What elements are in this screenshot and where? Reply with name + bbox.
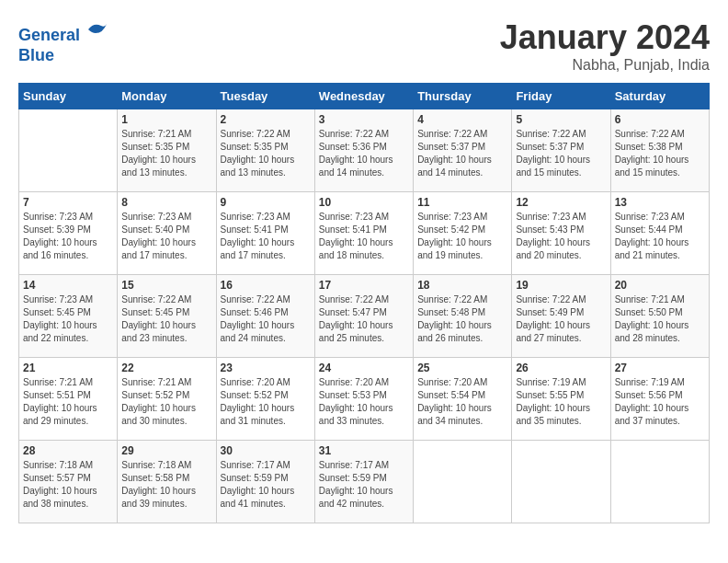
day-number: 28 bbox=[23, 444, 113, 457]
calendar-header-row: Sunday Monday Tuesday Wednesday Thursday… bbox=[19, 84, 710, 109]
col-saturday: Saturday bbox=[610, 84, 709, 109]
cell-week2-day1: 8 Sunrise: 7:23 AMSunset: 5:40 PMDayligh… bbox=[118, 192, 216, 275]
col-tuesday: Tuesday bbox=[216, 84, 314, 109]
day-number: 7 bbox=[23, 196, 113, 209]
cell-week5-day1: 29 Sunrise: 7:18 AMSunset: 5:58 PMDaylig… bbox=[118, 441, 216, 523]
cell-week2-day0: 7 Sunrise: 7:23 AMSunset: 5:39 PMDayligh… bbox=[19, 192, 118, 275]
day-info: Sunrise: 7:22 AMSunset: 5:49 PMDaylight:… bbox=[516, 293, 606, 345]
day-number: 23 bbox=[221, 362, 311, 374]
col-friday: Friday bbox=[512, 84, 610, 109]
day-info: Sunrise: 7:21 AMSunset: 5:52 PMDaylight:… bbox=[121, 376, 211, 428]
day-info: Sunrise: 7:23 AMSunset: 5:42 PMDaylight:… bbox=[417, 211, 507, 262]
week-row-4: 21 Sunrise: 7:21 AMSunset: 5:51 PMDaylig… bbox=[19, 358, 710, 441]
day-info: Sunrise: 7:22 AMSunset: 5:38 PMDaylight:… bbox=[615, 128, 705, 179]
day-info: Sunrise: 7:22 AMSunset: 5:46 PMDaylight:… bbox=[221, 293, 311, 345]
cell-week5-day3: 31 Sunrise: 7:17 AMSunset: 5:59 PMDaylig… bbox=[314, 441, 413, 523]
cell-week2-day3: 10 Sunrise: 7:23 AMSunset: 5:41 PMDaylig… bbox=[314, 192, 413, 275]
day-info: Sunrise: 7:18 AMSunset: 5:57 PMDaylight:… bbox=[23, 459, 113, 511]
cell-week4-day5: 26 Sunrise: 7:19 AMSunset: 5:55 PMDaylig… bbox=[512, 358, 610, 441]
day-number: 4 bbox=[417, 113, 507, 126]
day-info: Sunrise: 7:23 AMSunset: 5:45 PMDaylight:… bbox=[23, 293, 113, 345]
day-number: 6 bbox=[615, 113, 705, 126]
day-number: 18 bbox=[417, 279, 507, 292]
day-info: Sunrise: 7:21 AMSunset: 5:50 PMDaylight:… bbox=[615, 293, 705, 345]
cell-week3-day3: 17 Sunrise: 7:22 AMSunset: 5:47 PMDaylig… bbox=[314, 275, 413, 358]
day-info: Sunrise: 7:20 AMSunset: 5:53 PMDaylight:… bbox=[319, 376, 409, 428]
day-info: Sunrise: 7:23 AMSunset: 5:39 PMDaylight:… bbox=[23, 211, 113, 262]
logo-icon bbox=[86, 18, 108, 40]
day-number: 21 bbox=[23, 362, 113, 374]
col-wednesday: Wednesday bbox=[314, 84, 413, 109]
week-row-1: 1 Sunrise: 7:21 AMSunset: 5:35 PMDayligh… bbox=[19, 109, 710, 192]
cell-week4-day4: 25 Sunrise: 7:20 AMSunset: 5:54 PMDaylig… bbox=[414, 358, 512, 441]
logo: General Blue bbox=[18, 18, 108, 65]
day-number: 22 bbox=[121, 362, 211, 374]
day-number: 19 bbox=[516, 279, 606, 292]
day-number: 14 bbox=[23, 279, 113, 292]
week-row-2: 7 Sunrise: 7:23 AMSunset: 5:39 PMDayligh… bbox=[19, 192, 710, 275]
cell-week2-day4: 11 Sunrise: 7:23 AMSunset: 5:42 PMDaylig… bbox=[414, 192, 512, 275]
day-info: Sunrise: 7:22 AMSunset: 5:37 PMDaylight:… bbox=[417, 128, 507, 179]
day-number: 17 bbox=[319, 279, 409, 292]
day-number: 8 bbox=[121, 196, 211, 209]
day-info: Sunrise: 7:21 AMSunset: 5:35 PMDaylight:… bbox=[121, 128, 211, 179]
cell-week5-day2: 30 Sunrise: 7:17 AMSunset: 5:59 PMDaylig… bbox=[216, 441, 314, 523]
day-number: 20 bbox=[615, 279, 705, 292]
cell-week2-day5: 12 Sunrise: 7:23 AMSunset: 5:43 PMDaylig… bbox=[512, 192, 610, 275]
day-info: Sunrise: 7:23 AMSunset: 5:40 PMDaylight:… bbox=[121, 211, 211, 262]
cell-week1-day2: 2 Sunrise: 7:22 AMSunset: 5:35 PMDayligh… bbox=[216, 109, 314, 192]
day-number: 30 bbox=[221, 444, 311, 457]
title-block: January 2024 Nabha, Punjab, India bbox=[500, 18, 710, 74]
cell-week1-day0 bbox=[19, 109, 118, 192]
day-number: 11 bbox=[417, 196, 507, 209]
day-info: Sunrise: 7:17 AMSunset: 5:59 PMDaylight:… bbox=[319, 459, 409, 511]
col-thursday: Thursday bbox=[414, 84, 512, 109]
cell-week3-day0: 14 Sunrise: 7:23 AMSunset: 5:45 PMDaylig… bbox=[19, 275, 118, 358]
day-info: Sunrise: 7:22 AMSunset: 5:37 PMDaylight:… bbox=[516, 128, 606, 179]
cell-week1-day4: 4 Sunrise: 7:22 AMSunset: 5:37 PMDayligh… bbox=[414, 109, 512, 192]
logo-line2: Blue bbox=[18, 46, 108, 66]
day-info: Sunrise: 7:22 AMSunset: 5:48 PMDaylight:… bbox=[417, 293, 507, 345]
day-number: 26 bbox=[516, 362, 606, 374]
logo-text: General bbox=[18, 18, 108, 46]
cell-week2-day6: 13 Sunrise: 7:23 AMSunset: 5:44 PMDaylig… bbox=[610, 192, 709, 275]
day-info: Sunrise: 7:22 AMSunset: 5:36 PMDaylight:… bbox=[319, 128, 409, 179]
cell-week4-day1: 22 Sunrise: 7:21 AMSunset: 5:52 PMDaylig… bbox=[118, 358, 216, 441]
cell-week3-day2: 16 Sunrise: 7:22 AMSunset: 5:46 PMDaylig… bbox=[216, 275, 314, 358]
day-number: 27 bbox=[615, 362, 705, 374]
day-info: Sunrise: 7:21 AMSunset: 5:51 PMDaylight:… bbox=[23, 376, 113, 428]
cell-week5-day4 bbox=[414, 441, 512, 523]
cell-week4-day6: 27 Sunrise: 7:19 AMSunset: 5:56 PMDaylig… bbox=[610, 358, 709, 441]
day-number: 5 bbox=[516, 113, 606, 126]
day-number: 24 bbox=[319, 362, 409, 374]
month-title: January 2024 bbox=[500, 18, 710, 57]
day-number: 9 bbox=[221, 196, 311, 209]
cell-week5-day0: 28 Sunrise: 7:18 AMSunset: 5:57 PMDaylig… bbox=[19, 441, 118, 523]
day-info: Sunrise: 7:19 AMSunset: 5:55 PMDaylight:… bbox=[516, 376, 606, 428]
day-info: Sunrise: 7:22 AMSunset: 5:47 PMDaylight:… bbox=[319, 293, 409, 345]
cell-week3-day6: 20 Sunrise: 7:21 AMSunset: 5:50 PMDaylig… bbox=[610, 275, 709, 358]
day-number: 25 bbox=[417, 362, 507, 374]
day-info: Sunrise: 7:18 AMSunset: 5:58 PMDaylight:… bbox=[121, 459, 211, 511]
day-info: Sunrise: 7:23 AMSunset: 5:43 PMDaylight:… bbox=[516, 211, 606, 262]
day-number: 31 bbox=[319, 444, 409, 457]
day-info: Sunrise: 7:17 AMSunset: 5:59 PMDaylight:… bbox=[221, 459, 311, 511]
cell-week1-day6: 6 Sunrise: 7:22 AMSunset: 5:38 PMDayligh… bbox=[610, 109, 709, 192]
day-number: 16 bbox=[221, 279, 311, 292]
col-sunday: Sunday bbox=[19, 84, 118, 109]
day-number: 1 bbox=[121, 113, 211, 126]
week-row-3: 14 Sunrise: 7:23 AMSunset: 5:45 PMDaylig… bbox=[19, 275, 710, 358]
cell-week4-day3: 24 Sunrise: 7:20 AMSunset: 5:53 PMDaylig… bbox=[314, 358, 413, 441]
cell-week2-day2: 9 Sunrise: 7:23 AMSunset: 5:41 PMDayligh… bbox=[216, 192, 314, 275]
week-row-5: 28 Sunrise: 7:18 AMSunset: 5:57 PMDaylig… bbox=[19, 441, 710, 523]
location: Nabha, Punjab, India bbox=[500, 57, 710, 74]
day-info: Sunrise: 7:23 AMSunset: 5:41 PMDaylight:… bbox=[319, 211, 409, 262]
cell-week1-day1: 1 Sunrise: 7:21 AMSunset: 5:35 PMDayligh… bbox=[118, 109, 216, 192]
cell-week4-day2: 23 Sunrise: 7:20 AMSunset: 5:52 PMDaylig… bbox=[216, 358, 314, 441]
day-number: 29 bbox=[121, 444, 211, 457]
cell-week1-day3: 3 Sunrise: 7:22 AMSunset: 5:36 PMDayligh… bbox=[314, 109, 413, 192]
cell-week1-day5: 5 Sunrise: 7:22 AMSunset: 5:37 PMDayligh… bbox=[512, 109, 610, 192]
day-number: 12 bbox=[516, 196, 606, 209]
day-info: Sunrise: 7:23 AMSunset: 5:44 PMDaylight:… bbox=[615, 211, 705, 262]
cell-week5-day6 bbox=[610, 441, 709, 523]
